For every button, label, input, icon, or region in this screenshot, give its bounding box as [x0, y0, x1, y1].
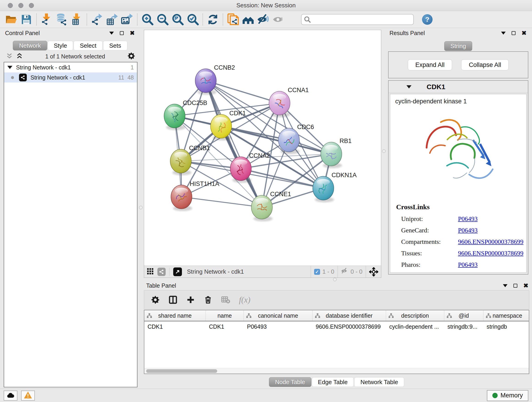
delete-table-icon — [221, 296, 230, 304]
network-node-CDK1[interactable] — [210, 114, 232, 140]
save-session-button[interactable] — [19, 12, 34, 27]
network-node-CCNA1[interactable] — [269, 91, 290, 117]
hide-selected-button[interactable] — [256, 12, 271, 27]
network-node-CDC25B[interactable] — [164, 104, 185, 130]
network-node-CCNE1[interactable] — [251, 195, 273, 221]
vertical-splitter-right[interactable] — [381, 28, 387, 278]
collection-disclosure-icon[interactable] — [7, 66, 12, 69]
column-header[interactable]: shared name — [144, 310, 206, 321]
network-edge[interactable] — [206, 81, 279, 103]
panel-close-icon[interactable]: ✖ — [521, 30, 526, 36]
network-edge[interactable] — [181, 197, 262, 207]
panel-menu-icon[interactable] — [503, 284, 507, 287]
tab-string[interactable]: String — [444, 41, 472, 51]
tab-select[interactable]: Select — [74, 41, 102, 51]
warnings-button[interactable] — [21, 390, 35, 401]
tab-node-table[interactable]: Node Table — [269, 377, 311, 387]
memory-button[interactable]: Memory — [487, 390, 528, 401]
tab-network-table[interactable]: Network Table — [354, 377, 404, 387]
birds-eye-view-icon[interactable] — [147, 268, 154, 276]
network-node-CCNB1[interactable] — [170, 149, 191, 175]
scrollbar-thumb[interactable] — [146, 369, 217, 373]
crosslink-link[interactable]: P06493 — [458, 261, 478, 268]
new-network-from-selection-button[interactable] — [225, 12, 241, 27]
panel-float-icon[interactable] — [512, 31, 515, 35]
first-neighbors-button[interactable] — [241, 12, 256, 27]
export-network-button[interactable] — [89, 12, 104, 27]
network-node-CDC6[interactable] — [278, 128, 300, 154]
network-node-CCNA2[interactable] — [230, 157, 252, 183]
table-row[interactable]: CDK1CDK1P064939606.ENSP00000378699cyclin… — [144, 321, 529, 332]
panel-close-icon[interactable]: ✖ — [130, 30, 135, 36]
delete-column-icon[interactable] — [204, 295, 212, 304]
tab-network[interactable]: Network — [13, 41, 47, 51]
horizontal-splitter[interactable] — [144, 278, 532, 281]
column-header[interactable]: @id — [444, 310, 483, 321]
crosslink-link[interactable]: 9606.ENSP00000378699 — [458, 249, 523, 257]
panel-menu-icon[interactable] — [109, 32, 114, 35]
network-node-HIST1H1A[interactable] — [171, 185, 192, 211]
column-header[interactable]: canonical name — [244, 310, 312, 321]
zoom-fit-button[interactable] — [170, 12, 185, 27]
table-options-gear-icon[interactable] — [151, 295, 160, 304]
import-table-button[interactable] — [69, 12, 84, 27]
zoom-selected-button[interactable] — [185, 12, 200, 27]
expand-all-networks-icon[interactable] — [16, 52, 23, 60]
column-header[interactable]: database identifier — [312, 310, 386, 321]
crosslink-link[interactable]: P06493 — [458, 215, 478, 223]
import-network-button[interactable] — [39, 12, 54, 27]
column-header[interactable]: name — [206, 310, 244, 321]
network-options-gear-icon[interactable] — [127, 52, 135, 61]
export-table-button[interactable] — [104, 12, 120, 27]
network-status-dot — [11, 76, 14, 79]
table-cell[interactable]: P06493 — [244, 321, 312, 332]
tab-style[interactable]: Style — [48, 41, 73, 51]
network-collection-row[interactable]: String Network - cdk1 1 — [4, 62, 137, 72]
panel-menu-icon[interactable] — [501, 32, 506, 35]
cloud-status-button[interactable] — [4, 390, 17, 401]
network-node-CCNB2[interactable] — [195, 69, 216, 95]
table-cell[interactable]: CDK1 — [206, 321, 244, 332]
apply-layout-button[interactable] — [205, 12, 220, 27]
column-header[interactable]: description — [386, 310, 444, 321]
gene-disclosure-icon[interactable] — [406, 85, 412, 89]
zoom-out-button[interactable] — [155, 12, 170, 27]
export-image-button[interactable] — [120, 12, 135, 27]
crosslink-link[interactable]: P06493 — [458, 227, 478, 234]
table-cell[interactable]: stringdb:9... — [444, 321, 483, 332]
network-node-CDKN1A[interactable] — [313, 176, 334, 202]
reset-view-button[interactable] — [366, 266, 378, 278]
gene-header[interactable]: CDK1 — [389, 81, 528, 93]
collapse-all-button[interactable]: Collapse All — [461, 59, 509, 70]
tab-edge-table[interactable]: Edge Table — [312, 377, 354, 387]
network-canvas[interactable]: CCNB2CCNA1CDC25BCDK1CDC6RB1CCNB1CCNA2CDK… — [144, 30, 381, 266]
panel-float-icon[interactable] — [513, 284, 517, 288]
zoom-in-button[interactable] — [140, 12, 155, 27]
crosslink-link[interactable]: 9606.ENSP00000378699 — [458, 238, 523, 245]
show-columns-icon[interactable] — [168, 295, 177, 304]
collapse-all-networks-icon[interactable] — [6, 52, 13, 60]
tab-sets[interactable]: Sets — [103, 41, 127, 51]
show-hidden-button[interactable] — [271, 12, 286, 27]
network-node-RB1[interactable] — [321, 142, 342, 168]
help-button[interactable]: ? — [422, 14, 433, 25]
search-input[interactable] — [301, 14, 414, 25]
panel-float-icon[interactable] — [120, 31, 124, 35]
open-session-button[interactable] — [4, 12, 19, 27]
detach-view-button[interactable] — [173, 268, 182, 276]
column-header[interactable]: namespace — [483, 310, 529, 321]
network-type-icon — [157, 268, 166, 276]
table-cell[interactable]: 9606.ENSP00000378699 — [312, 321, 386, 332]
vertical-splitter-left[interactable] — [138, 28, 144, 389]
table-cell[interactable]: CDK1 — [144, 321, 206, 332]
expand-all-button[interactable]: Expand All — [408, 59, 452, 70]
network-edge[interactable] — [206, 81, 262, 207]
import-network-from-database-button[interactable] — [54, 12, 69, 27]
network-row[interactable]: String Network - cdk1 11 48 — [4, 72, 137, 83]
panel-close-icon[interactable]: ✖ — [523, 283, 528, 288]
add-column-icon[interactable] — [186, 295, 195, 304]
table-horizontal-scrollbar[interactable] — [144, 368, 529, 374]
table-cell[interactable]: cyclin-dependent ... — [386, 321, 444, 332]
selected-checkbox-icon[interactable]: ✓ — [314, 269, 320, 275]
table-cell[interactable]: stringdb — [483, 321, 529, 332]
